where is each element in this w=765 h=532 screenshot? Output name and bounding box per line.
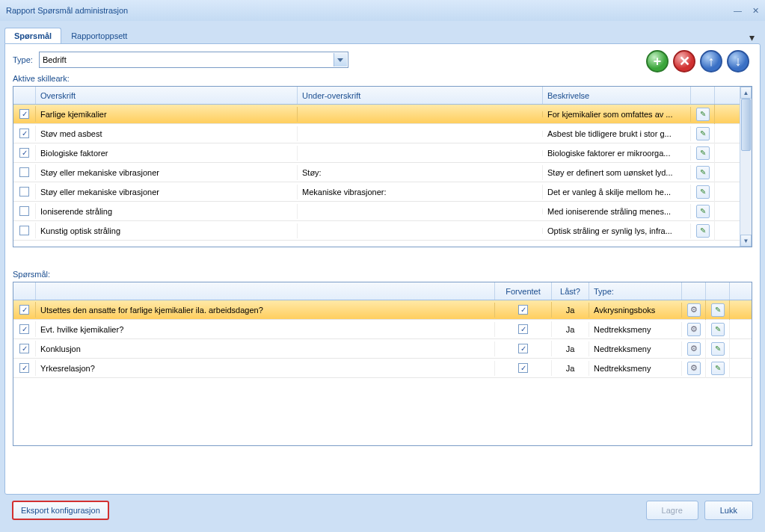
forventet-checkbox[interactable] — [518, 363, 528, 373]
cell-edit: ✎ — [691, 105, 715, 124]
close-button[interactable]: ✕ — [752, 6, 759, 16]
forventet-checkbox[interactable] — [518, 305, 528, 315]
titlebar: Rapport Spørsmål administrasjon — ✕ — [0, 0, 765, 21]
scrollbar[interactable]: ▲ ▼ — [740, 87, 752, 247]
col-type[interactable]: Type: — [589, 282, 682, 300]
move-up-button[interactable]: ↑ — [700, 50, 722, 72]
cell-edit: ✎ — [706, 320, 730, 339]
move-down-button[interactable]: ↓ — [727, 50, 749, 72]
scroll-track[interactable] — [740, 99, 752, 235]
row-checkbox[interactable] — [19, 129, 29, 138]
row-checkbox-cell — [13, 302, 36, 318]
col-under-overskrift[interactable]: Under-overskrift — [298, 87, 543, 104]
delete-button[interactable]: ✕ — [673, 50, 695, 72]
edit-icon[interactable]: ✎ — [711, 323, 725, 336]
cell-under-overskrift — [298, 111, 543, 117]
type-select[interactable]: Bedrift — [39, 52, 348, 68]
forventet-checkbox[interactable] — [518, 324, 528, 334]
edit-icon[interactable]: ✎ — [696, 185, 710, 199]
row-checkbox[interactable] — [19, 109, 29, 119]
row-checkbox[interactable] — [19, 363, 29, 373]
cell-gear: ⚙ — [682, 359, 706, 378]
tab-sporsmal[interactable]: Spørsmål — [4, 28, 61, 43]
table-row[interactable]: KonklusjonJaNedtrekksmeny⚙✎ — [13, 339, 752, 359]
cell-question: Konklusjon — [36, 341, 495, 356]
row-checkbox-cell — [13, 184, 36, 200]
gear-icon[interactable]: ⚙ — [687, 323, 701, 336]
gear-icon[interactable]: ⚙ — [687, 362, 701, 375]
cell-overskrift: Farlige kjemikalier — [36, 107, 298, 122]
table-row[interactable]: Farlige kjemikalierFor kjemikalier som o… — [13, 105, 740, 124]
table-row[interactable]: Evt. hvilke kjemikalier?JaNedtrekksmeny⚙… — [13, 320, 752, 339]
table-row[interactable]: Yrkesrelasjon?JaNedtrekksmeny⚙✎ — [13, 359, 752, 378]
cell-question: Utsettes den ansatte for farlige kjemika… — [36, 303, 495, 318]
col-checkbox2 — [13, 282, 36, 300]
row-checkbox[interactable] — [19, 226, 29, 235]
scroll-up-button[interactable]: ▲ — [740, 87, 752, 99]
tab-rapportoppsett[interactable]: Rapportoppsett — [61, 28, 137, 43]
window-title: Rapport Spørsmål administrasjon — [6, 6, 734, 15]
gear-icon[interactable]: ⚙ — [687, 303, 701, 317]
edit-icon[interactable]: ✎ — [696, 166, 710, 179]
save-button[interactable]: Lagre — [646, 501, 698, 520]
row-checkbox[interactable] — [19, 148, 29, 158]
edit-icon[interactable]: ✎ — [696, 127, 710, 140]
skilleark-grid-header: Overskrift Under-overskrift Beskrivelse — [13, 87, 740, 105]
row-checkbox-cell — [13, 145, 36, 161]
cell-under-overskrift — [298, 228, 543, 234]
row-checkbox-cell — [13, 106, 36, 122]
add-button[interactable]: + — [646, 50, 669, 72]
cell-edit: ✎ — [706, 300, 730, 320]
table-row[interactable]: Ioniserende strålingMed ioniserende strå… — [13, 202, 740, 221]
col-edit — [691, 87, 715, 104]
cell-overskrift: Ioniserende stråling — [36, 204, 298, 219]
export-config-button[interactable]: Eksport konfigurasjon — [12, 501, 109, 520]
scroll-thumb[interactable] — [741, 99, 751, 151]
row-checkbox[interactable] — [19, 206, 29, 216]
table-row[interactable]: Kunstig optisk strålingOptisk stråling e… — [13, 221, 740, 241]
col-edit2 — [706, 282, 730, 300]
col-overskrift[interactable]: Overskrift — [36, 87, 298, 104]
edit-icon[interactable]: ✎ — [696, 205, 710, 218]
row-checkbox[interactable] — [19, 344, 29, 353]
tab-overflow-menu[interactable]: ▾ — [743, 31, 761, 43]
cell-edit: ✎ — [691, 182, 715, 202]
cell-last: Ja — [552, 322, 589, 337]
table-row[interactable]: Utsettes den ansatte for farlige kjemika… — [13, 300, 752, 320]
minimize-button[interactable]: — — [734, 6, 742, 16]
cell-beskrivelse: Det er vanleg å skilje mellom he... — [543, 185, 691, 200]
cell-edit: ✎ — [691, 221, 715, 241]
table-row[interactable]: Støy eller mekaniske vibrasjonerStøy:Stø… — [13, 163, 740, 182]
edit-icon[interactable]: ✎ — [696, 224, 710, 238]
edit-icon[interactable]: ✎ — [711, 342, 725, 356]
edit-icon[interactable]: ✎ — [696, 108, 710, 121]
table-row[interactable]: Støv med asbestAsbest ble tidligere bruk… — [13, 124, 740, 143]
cell-edit: ✎ — [691, 143, 715, 163]
close-dialog-button[interactable]: Lukk — [704, 501, 753, 520]
chevron-down-icon — [334, 53, 347, 66]
scroll-down-button[interactable]: ▼ — [740, 235, 752, 247]
row-checkbox[interactable] — [19, 305, 29, 315]
row-checkbox[interactable] — [19, 167, 29, 177]
cell-edit: ✎ — [706, 359, 730, 378]
col-beskrivelse[interactable]: Beskrivelse — [543, 87, 691, 104]
col-question[interactable] — [36, 282, 495, 300]
edit-icon[interactable]: ✎ — [711, 303, 725, 317]
row-checkbox[interactable] — [19, 324, 29, 334]
cell-edit: ✎ — [706, 339, 730, 359]
type-value: Bedrift — [43, 55, 67, 64]
cell-gear: ⚙ — [682, 300, 706, 320]
cell-last: Ja — [552, 361, 589, 376]
col-forventet[interactable]: Forventet — [495, 282, 552, 300]
gear-icon[interactable]: ⚙ — [687, 342, 701, 356]
row-checkbox[interactable] — [19, 187, 29, 197]
col-last[interactable]: Låst? — [552, 282, 589, 300]
forventet-checkbox[interactable] — [518, 344, 528, 353]
table-row[interactable]: Støy eller mekaniske vibrasjonerMekanisk… — [13, 182, 740, 202]
cell-type: Avkrysningsboks — [589, 303, 682, 318]
edit-icon[interactable]: ✎ — [696, 146, 710, 160]
type-row: Type: Bedrift — [13, 52, 752, 68]
edit-icon[interactable]: ✎ — [711, 362, 725, 375]
cell-gear: ⚙ — [682, 339, 706, 359]
table-row[interactable]: Biologiske faktorerBiologiske faktorer e… — [13, 143, 740, 163]
